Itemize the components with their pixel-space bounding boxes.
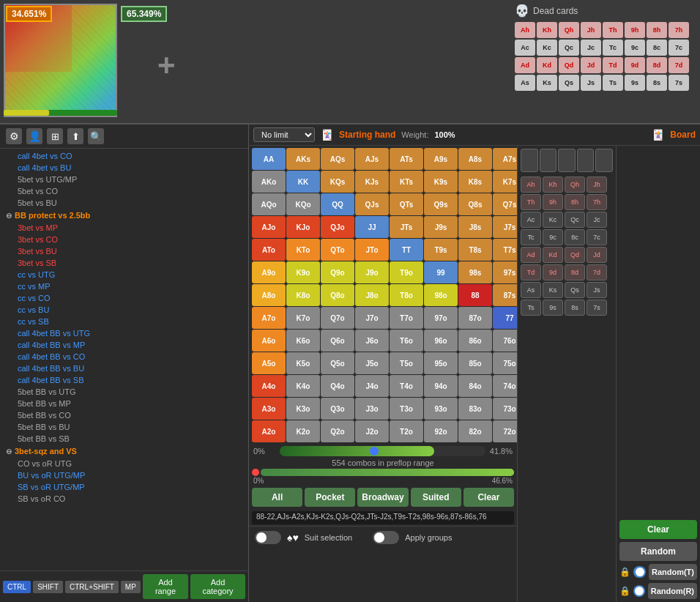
hand-cell-KJo[interactable]: KJo: [286, 216, 320, 238]
hand-cell-Q7o[interactable]: Q7o: [321, 307, 354, 329]
hand-cell-A4o[interactable]: A4o: [252, 375, 286, 397]
lock-toggle-2[interactable]: [633, 585, 645, 597]
hand-cell-T9o[interactable]: T9o: [390, 261, 423, 283]
hand-cell-K8o[interactable]: K8o: [286, 284, 320, 306]
sidebar-item[interactable]: call 4bet BB vs MP: [0, 339, 248, 351]
dead-card-Kc[interactable]: Kc: [537, 40, 557, 56]
lock-toggle-1[interactable]: [633, 566, 646, 578]
hand-cell-KJs[interactable]: KJs: [355, 171, 389, 193]
hand-cell-KTs[interactable]: KTs: [390, 171, 423, 193]
hand-cell-ATs[interactable]: ATs: [390, 148, 423, 170]
hand-cell-A9o[interactable]: A9o: [252, 261, 286, 283]
sidebar-item[interactable]: CO vs oR UTG: [0, 458, 248, 469]
hand-cell-J8o[interactable]: J8o: [355, 284, 389, 306]
dead-card-Qh[interactable]: Qh: [559, 22, 579, 38]
board-card-7h[interactable]: 7h: [587, 194, 607, 210]
sidebar-item[interactable]: ⊖3bet-sqz and VS: [0, 445, 248, 458]
hand-cell-AKs[interactable]: AKs: [286, 148, 320, 170]
hand-cell-AKo[interactable]: AKo: [252, 171, 286, 193]
clear-right-button[interactable]: Clear: [619, 520, 697, 539]
hand-cell-A7s[interactable]: A7s: [493, 148, 517, 170]
sidebar-item[interactable]: 5bet vs BU: [0, 197, 248, 209]
hand-cell-J4o[interactable]: J4o: [355, 375, 389, 397]
dead-card-Qs[interactable]: Qs: [559, 75, 579, 91]
hand-cell-A2o[interactable]: A2o: [252, 420, 286, 442]
hand-cell-T4o[interactable]: T4o: [390, 375, 423, 397]
dead-card-8c[interactable]: 8c: [647, 40, 667, 56]
dead-card-Kd[interactable]: Kd: [537, 57, 557, 73]
hand-cell-85o[interactable]: 85o: [458, 352, 492, 374]
dead-card-7s[interactable]: 7s: [669, 75, 689, 91]
hand-cell-J5o[interactable]: J5o: [355, 352, 389, 374]
board-card-Th[interactable]: Th: [521, 194, 541, 210]
hand-cell-A9s[interactable]: A9s: [424, 148, 458, 170]
hand-cell-J2o[interactable]: J2o: [355, 420, 389, 442]
hand-cell-QQ[interactable]: QQ: [321, 193, 354, 215]
hand-cell-T7s[interactable]: T7s: [493, 239, 517, 261]
sidebar-item[interactable]: 5bet BB vs SB: [0, 433, 248, 445]
board-card-Jh[interactable]: Jh: [587, 176, 607, 193]
hand-cell-T5o[interactable]: T5o: [390, 352, 423, 374]
suited-button[interactable]: Suited: [411, 488, 461, 507]
sidebar-item[interactable]: cc vs CO: [0, 292, 248, 304]
hand-cell-J8s[interactable]: J8s: [458, 216, 492, 238]
settings-icon[interactable]: ⚙: [6, 128, 22, 144]
hand-cell-QTo[interactable]: QTo: [321, 239, 354, 261]
board-card-As[interactable]: As: [521, 282, 541, 298]
sidebar-item[interactable]: ⊖BB protect vs 2.5bb: [0, 209, 248, 222]
hand-cell-QJs[interactable]: QJs: [355, 193, 389, 215]
sidebar-item[interactable]: 3bet vs BU: [0, 245, 248, 257]
hand-cell-ATo[interactable]: ATo: [252, 239, 286, 261]
board-card-8c[interactable]: 8c: [565, 229, 585, 245]
sidebar-item[interactable]: call 4bet BB vs CO: [0, 351, 248, 363]
ctrl-shift-button[interactable]: CTRL+SHIFT: [65, 581, 119, 593]
user-icon[interactable]: 👤: [26, 128, 42, 144]
board-card-8h[interactable]: 8h: [565, 194, 585, 210]
board-card-9s[interactable]: 9s: [543, 300, 563, 316]
hand-cell-K3o[interactable]: K3o: [286, 398, 320, 420]
sidebar-item[interactable]: SB vs oR UTG/MP: [0, 481, 248, 493]
hand-cell-K7s[interactable]: K7s: [493, 171, 517, 193]
sidebar-item[interactable]: call 4bet BB vs UTG: [0, 327, 248, 339]
hand-cell-A8o[interactable]: A8o: [252, 284, 286, 306]
hand-cell-98o[interactable]: 98o: [424, 284, 458, 306]
board-card-Ac[interactable]: Ac: [521, 212, 541, 228]
board-slot-3[interactable]: [558, 149, 576, 172]
hand-cell-Q8o[interactable]: Q8o: [321, 284, 354, 306]
board-card-Qd[interactable]: Qd: [565, 247, 585, 263]
hand-cell-Q6o[interactable]: Q6o: [321, 330, 354, 352]
board-card-9c[interactable]: 9c: [543, 229, 563, 245]
hand-cell-Q4o[interactable]: Q4o: [321, 375, 354, 397]
dead-card-Ah[interactable]: Ah: [515, 22, 535, 38]
hand-cell-AQo[interactable]: AQo: [252, 193, 286, 215]
board-card-Ah[interactable]: Ah: [521, 176, 541, 193]
dead-card-Jd[interactable]: Jd: [581, 57, 601, 73]
hand-cell-KQo[interactable]: KQo: [286, 193, 320, 215]
dead-card-Jh[interactable]: Jh: [581, 22, 601, 38]
hand-cell-K6o[interactable]: K6o: [286, 330, 320, 352]
suit-toggle-switch[interactable]: [255, 531, 281, 544]
hand-cell-J3o[interactable]: J3o: [355, 398, 389, 420]
hand-cell-76o[interactable]: 76o: [493, 330, 517, 352]
board-slot-2[interactable]: [540, 149, 557, 172]
hand-cell-Q2o[interactable]: Q2o: [321, 420, 354, 442]
dead-card-8s[interactable]: 8s: [647, 75, 667, 91]
dead-card-7d[interactable]: 7d: [669, 57, 689, 73]
hand-cell-A3o[interactable]: A3o: [252, 398, 286, 420]
hand-cell-KTo[interactable]: KTo: [286, 239, 320, 261]
board-card-Qh[interactable]: Qh: [565, 176, 585, 193]
hand-cell-K4o[interactable]: K4o: [286, 375, 320, 397]
all-button[interactable]: All: [252, 488, 302, 507]
board-slot-4[interactable]: [577, 149, 595, 172]
dead-card-Qc[interactable]: Qc: [559, 40, 579, 56]
add-category-button[interactable]: Add category: [190, 574, 245, 599]
hand-cell-KK[interactable]: KK: [286, 171, 320, 193]
dead-card-As[interactable]: As: [515, 75, 535, 91]
hand-cell-J7o[interactable]: J7o: [355, 307, 389, 329]
hand-cell-KQs[interactable]: KQs: [321, 171, 354, 193]
sidebar-item[interactable]: cc vs MP: [0, 280, 248, 292]
hand-cell-Q9o[interactable]: Q9o: [321, 261, 354, 283]
hand-cell-QTs[interactable]: QTs: [390, 193, 423, 215]
hand-cell-AJo[interactable]: AJo: [252, 216, 286, 238]
board-card-Jd[interactable]: Jd: [587, 247, 607, 263]
